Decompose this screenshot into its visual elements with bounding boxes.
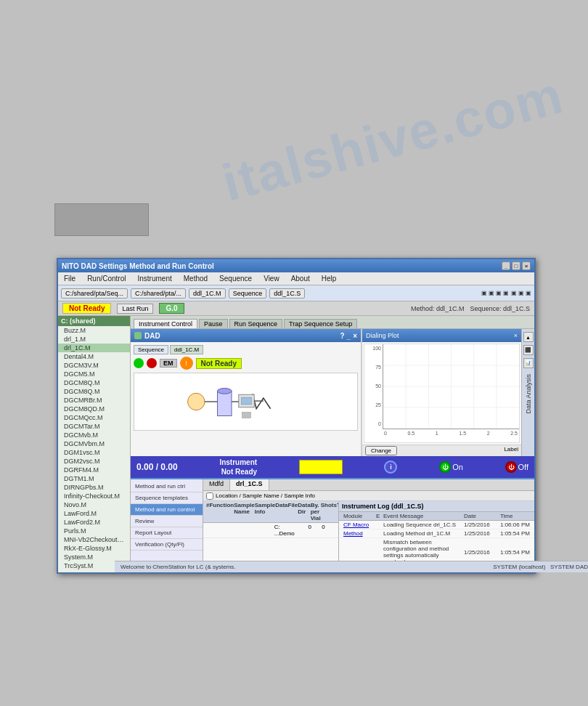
sidebar-item[interactable]: DGM2vsc.M: [58, 457, 130, 466]
go-button[interactable]: G.0: [159, 303, 184, 314]
sidebar-item[interactable]: DGCMTar.M: [58, 422, 130, 431]
menu-instrument[interactable]: Instrument: [134, 274, 174, 283]
menu-help[interactable]: Help: [319, 274, 340, 283]
seq-tab-mdfd[interactable]: Mdfd: [203, 479, 230, 490]
sidebar-item[interactable]: MNI-Vb2Checkout.M: [58, 535, 130, 544]
instrument-diagram: [134, 373, 357, 430]
sidebar-item[interactable]: DGRFM4.M: [58, 466, 130, 474]
sidebar-item[interactable]: drl_1.M: [58, 335, 130, 344]
sidebar-item[interactable]: DGM1vsc.M: [58, 448, 130, 457]
sidebar-item[interactable]: Infinity-Checkout.M: [58, 492, 130, 500]
not-ready-label: Not Ready: [196, 358, 242, 369]
title-bar: NITO DAD Settings Method and Run Control…: [58, 259, 534, 272]
right-area: Instrument Control Pause Run Sequence Tr…: [131, 316, 534, 572]
last-run-button[interactable]: Last Run: [117, 304, 153, 314]
sidebar-item[interactable]: Dental4.M: [58, 352, 130, 361]
sidebar-item[interactable]: LawFord.M: [58, 509, 130, 518]
nav-method-run[interactable]: Method and run ctrl: [131, 481, 203, 492]
seq-cell-func: [220, 524, 234, 537]
dad-close[interactable]: ×: [353, 332, 357, 340]
app-title: NITO DAD Settings Method and Run Control: [62, 262, 214, 270]
dad-subtab-active[interactable]: ddl_1C.M: [170, 345, 203, 354]
sidebar-item[interactable]: DGTM1.M: [58, 474, 130, 483]
seq-log-area: Mdfd drl_1C.S Location / Sample Name / S…: [203, 479, 534, 572]
watermark: italshive.com: [216, 65, 570, 213]
dad-question[interactable]: ?: [340, 332, 344, 340]
seq-cell-info: [247, 524, 261, 537]
tab-instrument-control[interactable]: Instrument Control: [134, 319, 197, 328]
nav-seq-templates[interactable]: Sequence templates: [131, 492, 203, 504]
toolbar-path1[interactable]: C:/shared/pta/Seq...: [61, 288, 128, 299]
maximize-button[interactable]: □: [512, 261, 520, 270]
seq-col-byvial: By. per Vial: [311, 502, 321, 522]
chart-title-bar: Dialing Plot ×: [362, 329, 521, 342]
menu-about[interactable]: About: [288, 274, 313, 283]
tab-pause[interactable]: Pause: [199, 319, 228, 328]
change-button[interactable]: Change: [365, 446, 397, 455]
bottom-status-right: SYSTEM (localhost) SYSTEM DAD: [493, 564, 588, 570]
sidebar-item[interactable]: Purls.M: [58, 527, 130, 535]
toolbar-sequence-name[interactable]: ddl_1C.S: [269, 288, 305, 299]
menu-file[interactable]: File: [61, 274, 78, 283]
tab-trap-sequence[interactable]: Trap Sequence Setup: [284, 319, 357, 328]
nav-review[interactable]: Review: [131, 516, 203, 527]
da-btn-2[interactable]: ⬛: [523, 345, 534, 355]
menu-sequence[interactable]: Sequence: [216, 274, 255, 283]
chart-close[interactable]: ×: [514, 332, 518, 339]
y-label-0: 0: [364, 421, 381, 426]
sidebar-item[interactable]: Novo.M: [58, 500, 130, 509]
method-seq-info: Method: ddl_1C.M Sequence: ddl_1C.S: [411, 305, 530, 312]
dad-status-dot: [134, 332, 142, 339]
nav-report-layout[interactable]: Report Layout: [131, 527, 203, 539]
seq-checkbox[interactable]: [206, 492, 213, 500]
y-label-50: 50: [364, 384, 381, 389]
sidebar-item[interactable]: DGCMVbm.M: [58, 439, 130, 448]
left-nav-bottom: Method and run ctrl Sequence templates M…: [131, 479, 203, 572]
log-link[interactable]: Method: [343, 530, 363, 537]
sidebar-item[interactable]: DGCMRBr.M: [58, 396, 130, 405]
seq-cell-datadir: C: ...Demo: [274, 524, 295, 537]
em-badge: EM: [160, 359, 177, 368]
nav-verification[interactable]: Verification (Qty/Fl): [131, 539, 203, 551]
sidebar-item[interactable]: LawFord2.M: [58, 518, 130, 527]
log-title: Instrument Log (ddl_1C.S): [342, 503, 424, 510]
sidebar-item[interactable]: DGCM5.M: [58, 370, 130, 378]
menu-method[interactable]: Method: [181, 274, 211, 283]
tab-run-sequence[interactable]: Run Sequence: [229, 319, 283, 328]
da-btn-1[interactable]: ▲: [523, 332, 534, 342]
minimize-button[interactable]: _: [502, 261, 510, 270]
seq-cell-total: 0: [322, 524, 335, 537]
seq-col-sample: Sample Name: [234, 502, 254, 522]
sidebar-item[interactable]: drl_1C.M: [58, 344, 130, 352]
sidebar-item[interactable]: DGCMvb.M: [58, 431, 130, 439]
log-link[interactable]: CF Macro: [343, 522, 369, 528]
sidebar-item[interactable]: DGCM8Q.M: [58, 378, 130, 387]
seq-tab-file[interactable]: drl_1C.S: [230, 479, 269, 490]
sidebar-item[interactable]: DGCMQcc.M: [58, 413, 130, 422]
info-button[interactable]: i: [384, 460, 397, 474]
sidebar-item[interactable]: DIRNGPbs.M: [58, 483, 130, 492]
dad-minimize[interactable]: _: [347, 332, 351, 340]
on-button[interactable]: ⏻ On: [439, 461, 463, 473]
log-time: 1:06:06 PM: [499, 522, 531, 528]
x-label-0: 0: [384, 431, 387, 442]
sidebar-item[interactable]: DGCM8Q.M: [58, 387, 130, 396]
toolbar-method[interactable]: ddl_1C.M: [189, 288, 226, 299]
dad-subtab-sequence[interactable]: Sequence: [134, 345, 168, 354]
toolbar-path2[interactable]: C:/shared/pta/...: [131, 288, 186, 299]
sidebar-item[interactable]: RkX-E-Glossy.M: [58, 544, 130, 553]
title-bar-controls: _ □ ×: [502, 261, 531, 270]
on-label: On: [452, 463, 463, 471]
toolbar-sequence-btn[interactable]: Sequence: [229, 288, 267, 299]
sidebar-item[interactable]: DGCM8QD.M: [58, 405, 130, 413]
da-btn-3[interactable]: 📊: [523, 358, 534, 368]
menu-view[interactable]: View: [261, 274, 282, 283]
close-button[interactable]: ×: [522, 261, 531, 270]
menu-runcontrol[interactable]: Run/Control: [84, 274, 128, 283]
x-label-25: 2.5: [510, 431, 518, 442]
sidebar-item[interactable]: Buzz.M: [58, 326, 130, 335]
nav-method-run-control[interactable]: Method and run control: [131, 504, 203, 516]
off-button[interactable]: ⏻ Off: [505, 461, 528, 473]
sidebar-item[interactable]: DGCM3V.M: [58, 361, 130, 370]
dad-panel: DAD ? _ × Sequence ddl_1C.M: [131, 329, 362, 456]
